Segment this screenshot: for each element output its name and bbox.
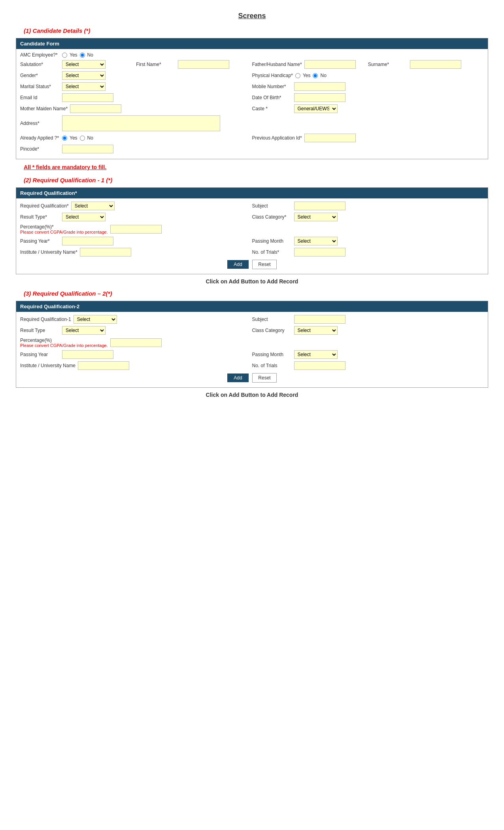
passing-year2-input[interactable] bbox=[62, 350, 113, 359]
req-qual1-body: Required Qualification* Select Subject R… bbox=[16, 198, 488, 274]
percentage2-input[interactable] bbox=[110, 338, 162, 347]
email-cell: Email Id bbox=[20, 93, 249, 102]
mother-maiden-input[interactable] bbox=[70, 104, 121, 113]
father-husband-label: Father/Husband Name* bbox=[252, 62, 302, 67]
gender-select[interactable]: Select bbox=[62, 71, 106, 80]
mobile-input[interactable] bbox=[294, 82, 345, 91]
mandatory-note: All * fields are mandatory to fill. bbox=[24, 164, 488, 170]
surname-input[interactable] bbox=[410, 60, 461, 69]
prev-app-input[interactable] bbox=[304, 134, 356, 142]
dob-input[interactable] bbox=[294, 93, 345, 102]
percentage1-note: Please convert CGPA/Grade into percentag… bbox=[20, 230, 108, 234]
surname-label: Surname* bbox=[368, 62, 408, 67]
req-qual2-row: Required Qualification-1 Select Subject bbox=[20, 315, 484, 324]
result-type2-row: Result Type Select Class Category Select bbox=[20, 326, 484, 335]
class-cat2-select[interactable]: Select bbox=[294, 326, 338, 335]
marital-cell: Marital Status* Select bbox=[20, 82, 249, 91]
dob-label: Date Of Birth* bbox=[252, 95, 292, 100]
institute2-input[interactable] bbox=[78, 361, 129, 370]
no-of-trials2-input[interactable] bbox=[294, 361, 345, 370]
class-cat2-label: Class Category bbox=[252, 328, 292, 333]
passing-month1-cell: Passing Month Select bbox=[252, 237, 481, 245]
pincode-input[interactable] bbox=[62, 145, 113, 153]
percentage1-cell: Percentage(%)* Please convert CGPA/Grade… bbox=[20, 224, 481, 234]
percentage2-note: Please convert CGPA/Grade into percentag… bbox=[20, 343, 108, 348]
btn-row1: Add Reset bbox=[20, 260, 484, 269]
no-of-trials1-input[interactable] bbox=[294, 248, 345, 257]
gender-cell: Gender* Select bbox=[20, 71, 249, 80]
passing-year1-input[interactable] bbox=[62, 237, 113, 245]
subject2-label: Subject bbox=[252, 317, 292, 322]
percentage2-cell: Percentage(%) Please convert CGPA/Grade … bbox=[20, 337, 481, 348]
caste-cell: Caste * General/UEWS bbox=[252, 104, 481, 113]
subject1-cell: Subject bbox=[252, 202, 481, 210]
dob-cell: Date Of Birth* bbox=[252, 93, 481, 102]
result-type2-cell: Result Type Select bbox=[20, 326, 249, 335]
add-btn2[interactable]: Add bbox=[227, 374, 248, 382]
caste-label: Caste * bbox=[252, 106, 292, 111]
email-input[interactable] bbox=[62, 93, 113, 102]
section1-heading-text: (1) Candidate Details (*) bbox=[24, 27, 90, 34]
first-name-input[interactable] bbox=[178, 60, 229, 69]
passing-month2-cell: Passing Month Select bbox=[252, 350, 481, 359]
req-qual2-body: Required Qualification-1 Select Subject … bbox=[16, 312, 488, 387]
passing-month2-select[interactable]: Select bbox=[294, 350, 338, 359]
physical-no-radio[interactable] bbox=[313, 73, 318, 78]
institute2-label: Institute / University Name bbox=[20, 363, 76, 368]
mother-maiden-label: Mother Maiden Name* bbox=[20, 106, 68, 111]
father-husband-input[interactable] bbox=[304, 60, 356, 69]
reset-btn2[interactable]: Reset bbox=[252, 373, 276, 383]
passing-year1-cell: Passing Year* bbox=[20, 237, 249, 245]
amc-no-radio[interactable] bbox=[80, 53, 85, 58]
req-qual2-header: Required Qualification-2 bbox=[16, 301, 488, 312]
req-qual2-select[interactable]: Select bbox=[74, 315, 117, 324]
first-name-cell: First Name* bbox=[136, 60, 249, 69]
institute1-row: Institute / University Name* No. of Tria… bbox=[20, 248, 484, 257]
no-of-trials2-cell: No. of Trials bbox=[252, 361, 481, 370]
result-type2-select[interactable]: Select bbox=[62, 326, 106, 335]
add-btn1[interactable]: Add bbox=[227, 260, 248, 269]
salutation-row: Salutation* Select First Name* Father/Hu… bbox=[20, 60, 484, 69]
institute1-label: Institute / University Name* bbox=[20, 249, 77, 255]
marital-select[interactable]: Select bbox=[62, 82, 106, 91]
result-type1-row: Result Type* Select Class Category* Sele… bbox=[20, 213, 484, 221]
percentage1-input[interactable] bbox=[110, 225, 162, 234]
candidate-form-panel: Candidate Form AMC Employee?* Yes No Sal… bbox=[16, 38, 488, 159]
amc-employee-label: AMC Employee?* bbox=[20, 52, 60, 58]
subject1-input[interactable] bbox=[294, 202, 345, 210]
salutation-select[interactable]: Select bbox=[62, 60, 106, 69]
section3-heading: (3) Required Qualification – 2(*) bbox=[24, 290, 488, 297]
already-applied-label: Already Applied ?* bbox=[20, 135, 60, 141]
req-qual1-select[interactable]: Select bbox=[71, 202, 115, 210]
already-no-radio[interactable] bbox=[80, 136, 85, 141]
physical-radio-group: Yes No bbox=[295, 73, 327, 78]
result-type1-select[interactable]: Select bbox=[62, 213, 106, 221]
first-name-label: First Name* bbox=[136, 62, 176, 67]
class-cat1-select[interactable]: Select bbox=[294, 213, 338, 221]
physical-yes-radio[interactable] bbox=[295, 73, 300, 78]
subject2-input[interactable] bbox=[294, 315, 345, 324]
amc-yes-label: Yes bbox=[70, 52, 77, 58]
address-row: Address* bbox=[20, 115, 484, 131]
already-yes-radio[interactable] bbox=[62, 136, 67, 141]
address-input[interactable] bbox=[62, 115, 220, 131]
physical-handicap-label: Physical Handicap* bbox=[252, 73, 293, 78]
click-note2: Click on Add Button to Add Record bbox=[16, 392, 488, 398]
passing1-row: Passing Year* Passing Month Select bbox=[20, 237, 484, 245]
amc-no-label: No bbox=[87, 52, 93, 58]
amc-yes-radio[interactable] bbox=[62, 53, 67, 58]
email-label: Email Id bbox=[20, 95, 60, 100]
address-label: Address* bbox=[20, 121, 60, 126]
institute1-cell: Institute / University Name* bbox=[20, 248, 249, 257]
caste-select[interactable]: General/UEWS bbox=[294, 104, 338, 113]
institute2-row: Institute / University Name No. of Trial… bbox=[20, 361, 484, 370]
institute1-input[interactable] bbox=[80, 248, 131, 257]
address-cell: Address* bbox=[20, 115, 481, 131]
page-title: Screens bbox=[16, 12, 488, 20]
passing-month1-select[interactable]: Select bbox=[294, 237, 338, 245]
result-type1-cell: Result Type* Select bbox=[20, 213, 249, 221]
reset-btn1[interactable]: Reset bbox=[252, 260, 276, 269]
req-qual1-header: Required Qualification* bbox=[16, 188, 488, 198]
class-cat2-cell: Class Category Select bbox=[252, 326, 481, 335]
percentage2-label: Percentage(%) bbox=[20, 338, 52, 343]
